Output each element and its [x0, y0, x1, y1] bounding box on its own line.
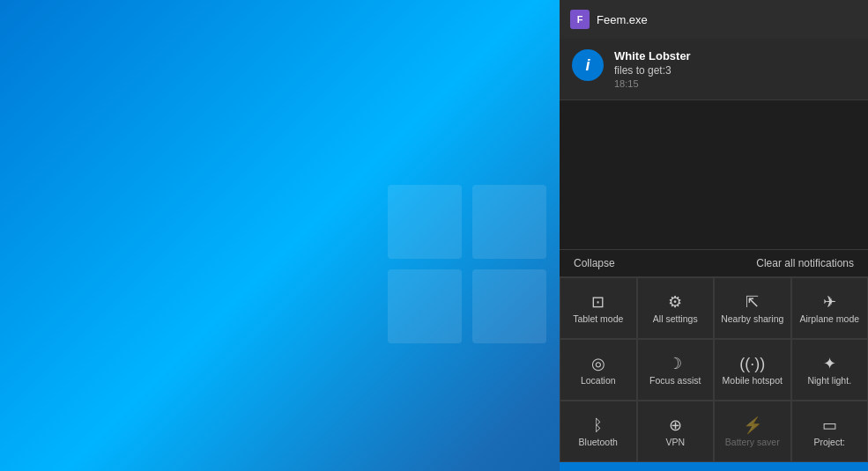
nearby-sharing-icon: ⇱	[746, 294, 759, 310]
notification-avatar: i	[572, 49, 604, 81]
notification-content: White Lobster files to get:3 18:15	[614, 49, 856, 89]
quick-action-focus-assist[interactable]: ☽ Focus assist	[637, 339, 715, 401]
quick-action-bluetooth[interactable]: ᛒ Bluetooth	[560, 401, 637, 462]
notification-panel: F Feem.exe i White Lobster files to get:…	[560, 0, 868, 471]
app-name: Feem.exe	[597, 13, 648, 26]
quick-action-all-settings[interactable]: ⚙ All settings	[637, 277, 715, 339]
vpn-icon: ⊕	[669, 417, 682, 433]
spacer	[560, 100, 868, 249]
all-settings-icon: ⚙	[668, 294, 682, 310]
notification-item[interactable]: i White Lobster files to get:3 18:15	[560, 39, 868, 100]
svg-rect-0	[388, 185, 462, 259]
feem-app-icon: F	[570, 10, 590, 29]
project-label: Project:	[813, 437, 845, 448]
quick-action-location[interactable]: ◎ Location	[560, 339, 637, 401]
bluetooth-label: Bluetooth	[579, 437, 618, 448]
quick-action-project[interactable]: ▭ Project:	[791, 401, 869, 462]
windows-logo	[379, 176, 555, 352]
svg-rect-2	[388, 269, 462, 343]
focus-assist-label: Focus assist	[649, 375, 701, 386]
bluetooth-icon: ᛒ	[593, 417, 603, 433]
notification-title: White Lobster	[614, 49, 856, 63]
battery-saver-label: Battery saver	[725, 437, 780, 448]
notification-body: files to get:3	[614, 64, 856, 77]
night-light-label: Night light.	[807, 375, 851, 386]
airplane-mode-icon: ✈	[823, 294, 836, 310]
location-icon: ◎	[591, 356, 605, 372]
location-label: Location	[581, 375, 616, 386]
app-header: F Feem.exe	[560, 0, 868, 39]
mobile-hotspot-icon: ((·))	[739, 356, 765, 372]
all-settings-label: All settings	[653, 313, 698, 325]
quick-action-mobile-hotspot[interactable]: ((·)) Mobile hotspot	[714, 339, 791, 401]
clear-all-button[interactable]: Clear all notifications	[753, 255, 857, 271]
quick-action-airplane-mode[interactable]: ✈ Airplane mode	[791, 277, 869, 339]
quick-action-nearby-sharing[interactable]: ⇱ Nearby sharing	[714, 277, 791, 339]
nearby-sharing-label: Nearby sharing	[721, 313, 783, 325]
mobile-hotspot-label: Mobile hotspot	[723, 375, 783, 386]
tablet-mode-icon: ⊡	[591, 294, 605, 310]
action-bar: Collapse Clear all notifications	[560, 249, 868, 276]
vpn-label: VPN	[665, 437, 685, 448]
quick-action-vpn[interactable]: ⊕ VPN	[637, 401, 715, 462]
quick-action-battery-saver[interactable]: ⚡ Battery saver	[714, 401, 791, 462]
tablet-mode-label: Tablet mode	[573, 313, 623, 325]
night-light-icon: ✦	[823, 356, 836, 372]
project-icon: ▭	[822, 417, 837, 433]
bottom-accent-bar	[560, 462, 868, 471]
quick-action-night-light[interactable]: ✦ Night light.	[791, 339, 869, 401]
focus-assist-icon: ☽	[668, 356, 682, 372]
notification-time: 18:15	[614, 78, 856, 89]
quick-actions-grid: ⊡ Tablet mode ⚙ All settings ⇱ Nearby sh…	[560, 276, 868, 462]
svg-rect-1	[472, 185, 546, 259]
airplane-mode-label: Airplane mode	[799, 313, 859, 325]
quick-action-tablet-mode[interactable]: ⊡ Tablet mode	[560, 277, 637, 339]
svg-rect-3	[472, 269, 546, 343]
battery-saver-icon: ⚡	[743, 417, 762, 433]
collapse-button[interactable]: Collapse	[570, 255, 619, 271]
